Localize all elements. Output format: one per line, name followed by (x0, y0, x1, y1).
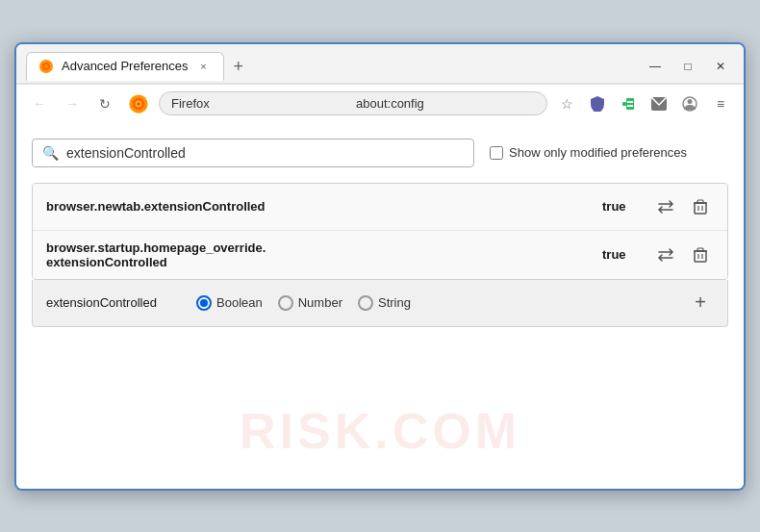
boolean-option[interactable]: Boolean (196, 295, 263, 311)
type-radio-group: Boolean Number String (196, 295, 671, 311)
pref-actions-1 (652, 193, 714, 220)
mail-icon[interactable] (646, 90, 672, 117)
svg-rect-16 (697, 200, 703, 203)
active-tab[interactable]: Advanced Preferences × (26, 52, 224, 81)
search-icon: 🔍 (42, 145, 59, 161)
bookmark-icon[interactable]: ☆ (553, 90, 580, 117)
add-preference-button[interactable]: + (687, 290, 714, 317)
search-box[interactable]: 🔍 (32, 139, 474, 167)
number-label: Number (298, 295, 342, 310)
svg-rect-10 (627, 105, 633, 107)
shield-icon[interactable] (584, 90, 611, 117)
swap-button-2[interactable] (652, 241, 679, 268)
svg-rect-8 (626, 98, 634, 110)
svg-rect-14 (695, 203, 706, 214)
title-bar: Advanced Preferences × + — □ ✕ (16, 44, 744, 83)
watermark: RISK.COM (240, 402, 520, 460)
svg-rect-21 (697, 248, 703, 251)
number-radio-circle[interactable] (278, 295, 293, 311)
swap-button-1[interactable] (652, 193, 679, 220)
delete-button-1[interactable] (687, 193, 714, 220)
boolean-label: Boolean (216, 295, 263, 310)
maximize-button[interactable]: □ (674, 56, 701, 77)
boolean-radio-inner (200, 299, 208, 307)
new-tab-button[interactable]: + (226, 53, 252, 81)
tab-strip: Advanced Preferences × + (26, 52, 638, 81)
boolean-radio-circle[interactable] (196, 295, 212, 311)
pref-value-1: true (602, 199, 641, 214)
new-pref-name: extensionControlled (46, 295, 181, 310)
browser-window: Advanced Preferences × + — □ ✕ ← → ↻ Fir… (14, 42, 746, 491)
nav-bar: ← → ↻ Firefox about:config ☆ (16, 84, 744, 123)
menu-icon[interactable]: ≡ (707, 90, 734, 117)
pref-actions-2 (652, 241, 714, 268)
svg-point-6 (137, 102, 139, 105)
pref-name-1: browser.newtab.extensionControlled (46, 199, 591, 214)
close-button[interactable]: ✕ (707, 56, 734, 77)
table-row: browser.startup.homepage_override. exten… (33, 231, 727, 279)
minimize-button[interactable]: — (642, 56, 669, 77)
delete-icon (694, 247, 707, 263)
swap-icon (657, 247, 674, 263)
firefox-favicon (38, 59, 54, 74)
show-modified-label: Show only modified preferences (509, 145, 687, 160)
table-row: browser.newtab.extensionControlled true (33, 184, 727, 231)
address-text: about:config (356, 96, 535, 111)
preferences-table: browser.newtab.extensionControlled true (32, 183, 728, 280)
tab-close-button[interactable]: × (196, 59, 212, 74)
show-modified-checkbox-label[interactable]: Show only modified preferences (490, 145, 687, 160)
address-bar[interactable]: Firefox about:config (159, 91, 547, 115)
content-area: 🔍 Show only modified preferences browser… (16, 123, 744, 489)
browser-name: Firefox (171, 96, 350, 111)
tab-title: Advanced Preferences (62, 59, 189, 73)
toolbar-icons: ☆ ≡ (553, 90, 734, 117)
svg-rect-9 (627, 101, 633, 103)
number-option[interactable]: Number (278, 295, 342, 311)
reload-button[interactable]: ↻ (91, 90, 118, 117)
svg-point-13 (688, 99, 693, 104)
firefox-logo-icon (128, 93, 149, 114)
search-row: 🔍 Show only modified preferences (32, 139, 728, 167)
pref-name-2: browser.startup.homepage_override. exten… (46, 241, 591, 269)
svg-rect-7 (622, 102, 626, 106)
extension-icon[interactable] (615, 90, 642, 117)
window-controls: — □ ✕ (642, 56, 734, 77)
show-modified-checkbox[interactable] (490, 146, 503, 160)
string-radio-circle[interactable] (358, 295, 373, 311)
search-input[interactable] (66, 145, 464, 161)
add-preference-row: extensionControlled Boolean Number (32, 280, 728, 327)
account-icon[interactable] (676, 90, 703, 117)
pref-value-2: true (602, 247, 641, 262)
svg-rect-19 (695, 251, 706, 262)
string-option[interactable]: String (358, 295, 411, 311)
svg-point-2 (44, 64, 48, 68)
delete-button-2[interactable] (687, 241, 714, 268)
forward-button[interactable]: → (59, 90, 86, 117)
delete-icon (694, 199, 707, 215)
string-label: String (378, 295, 411, 310)
back-button[interactable]: ← (26, 90, 53, 117)
swap-icon (657, 199, 674, 215)
